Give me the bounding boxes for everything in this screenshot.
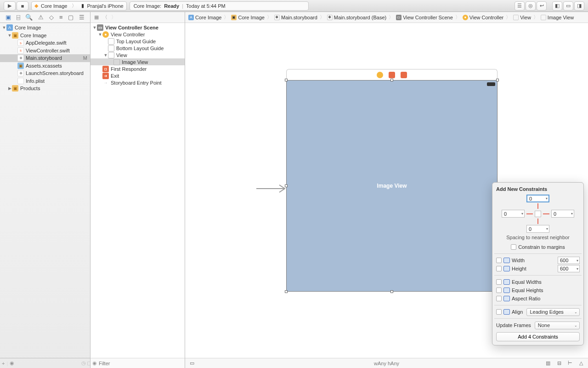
activity-status: Core Image: Ready | Today at 5:44 PM	[130, 1, 309, 11]
test-nav-icon[interactable]: ◇	[49, 14, 54, 21]
toggle-debug-button[interactable]: ▭	[563, 1, 573, 11]
file-infoplist[interactable]: Info.plist	[0, 77, 90, 85]
recent-filter-icon[interactable]: ◷	[81, 360, 86, 366]
width-field[interactable]: 600▾	[558, 257, 580, 264]
height-field[interactable]: 600▾	[558, 265, 580, 272]
filter-icon[interactable]: ◉	[10, 360, 14, 366]
jb-view[interactable]: View	[512, 15, 532, 20]
outline-scene-header[interactable]: ▼▭View Controller Scene	[90, 24, 185, 31]
jb-storyboard-base[interactable]: ❖Main.storyboard (Base)	[326, 15, 388, 20]
find-nav-icon[interactable]: 🔍	[25, 14, 33, 21]
outline-filter-input[interactable]	[99, 361, 183, 366]
outline-top-layout-guide[interactable]: Top Layout Guide	[90, 38, 185, 45]
spacing-label: Spacing to nearest neighbor	[496, 235, 580, 240]
outline-exit[interactable]: ➜Exit	[90, 72, 185, 79]
stop-button[interactable]: ■	[17, 1, 28, 11]
version-editor-button[interactable]: ↩	[537, 1, 547, 11]
chevron-right-icon: 〉	[70, 2, 79, 9]
symbol-nav-icon[interactable]: ⌸	[17, 14, 20, 21]
align-button[interactable]: ⊟	[555, 360, 563, 367]
status-prefix: Core Image:	[134, 3, 162, 9]
report-nav-icon[interactable]: ☰	[79, 14, 85, 21]
scheme-device-label: Pranjal's iPhone	[87, 3, 123, 9]
jb-project[interactable]: ACore Image	[187, 15, 223, 20]
back-button[interactable]: 〈	[102, 14, 107, 21]
pin-center-box	[535, 211, 541, 217]
modified-badge: M	[83, 55, 87, 61]
group-core-image[interactable]: ▼▣Core Image	[0, 32, 90, 40]
standard-editor-button[interactable]: ☰	[514, 1, 525, 11]
project-navigator: ▣ ⌸ 🔍 ⚠ ◇ ≡ ▢ ☰ ▼ACore Image ▼▣Core Imag…	[0, 12, 90, 368]
resolve-issues-button[interactable]: △	[577, 360, 585, 367]
jb-viewcontroller[interactable]: ●View Controller	[461, 15, 505, 20]
equal-widths-icon	[503, 279, 510, 285]
first-responder-header-icon	[389, 72, 395, 78]
editor-jump-bar: ACore Image〉 ▣Core Image〉 ❖Main.storyboa…	[185, 12, 588, 23]
left-spacing-field[interactable]: 0▾	[502, 210, 525, 218]
view-controller-scene[interactable]: Image View	[286, 69, 498, 292]
assistant-editor-button[interactable]: ◎	[526, 1, 536, 11]
issue-nav-icon[interactable]: ⚠	[38, 14, 44, 21]
add-icon[interactable]: +	[2, 361, 5, 366]
outline-view-controller[interactable]: ▼●View Controller	[90, 31, 185, 38]
outline-view[interactable]: ▼View	[90, 52, 185, 58]
aspect-ratio-checkbox[interactable]	[496, 296, 502, 301]
interface-builder-canvas: ACore Image〉 ▣Core Image〉 ❖Main.storyboa…	[185, 12, 588, 368]
toggle-utilities-button[interactable]: ◨	[574, 1, 584, 11]
file-launchscreen[interactable]: ❖LaunchScreen.storyboard	[0, 69, 90, 77]
aspect-ratio-icon	[503, 296, 510, 301]
image-view-on-canvas[interactable]: Image View	[286, 80, 498, 292]
toggle-navigator-button[interactable]: ◧	[552, 1, 562, 11]
file-viewcontroller[interactable]: sViewController.swift	[0, 47, 90, 55]
toolbar: ▶ ■ ◆ Core Image 〉 ▮ Pranjal's iPhone Co…	[0, 0, 588, 12]
popover-title: Add New Constraints	[496, 186, 580, 192]
status-bar-preview	[487, 82, 495, 86]
canvas-footer: ▭ wAny hAny ▥ ⊟ ⊢ △	[185, 358, 588, 368]
vc-header-icon	[377, 72, 383, 78]
align-icon	[503, 309, 510, 315]
status-time: Today at 5:44 PM	[186, 3, 226, 9]
canvas-area[interactable]: Image View Add New Constraints 0▾ 0▾ 0▾	[185, 23, 588, 358]
outline-jump-bar: ▦ 〈 〉	[90, 12, 185, 23]
add-constraints-button[interactable]: Add 4 Constraints	[496, 332, 580, 341]
jb-scene[interactable]: ▭View Controller Scene	[395, 15, 454, 20]
width-icon	[503, 258, 510, 263]
equal-heights-checkbox[interactable]	[496, 288, 502, 293]
forward-button[interactable]: 〉	[111, 14, 116, 21]
align-combo[interactable]: Leading Edges⌄	[526, 308, 580, 316]
width-checkbox[interactable]	[496, 258, 502, 263]
pin-button[interactable]: ⊢	[566, 360, 574, 367]
outline-first-responder[interactable]: ◘First Responder	[90, 65, 185, 72]
breakpoint-nav-icon[interactable]: ▢	[68, 14, 74, 21]
constrain-margins-checkbox[interactable]	[511, 244, 516, 250]
filter-icon[interactable]: ◉	[92, 360, 97, 366]
jb-group[interactable]: ▣Core Image	[230, 15, 266, 20]
jb-imageview[interactable]: Image View	[539, 15, 575, 20]
debug-nav-icon[interactable]: ≡	[59, 14, 63, 21]
top-spacing-field[interactable]: 0▾	[526, 195, 549, 202]
related-items-icon[interactable]: ▦	[94, 14, 99, 20]
bottom-spacing-field[interactable]: 0▾	[526, 225, 549, 233]
file-assets[interactable]: ▣Assets.xcassets	[0, 62, 90, 70]
jb-storyboard[interactable]: ❖Main.storyboard	[273, 15, 319, 20]
group-products[interactable]: ▶▣Products	[0, 85, 90, 92]
size-class-control[interactable]: wAny hAny	[374, 361, 399, 366]
outline-entry-point[interactable]: →Storyboard Entry Point	[90, 79, 185, 86]
toggle-outline-button[interactable]: ▭	[188, 360, 196, 367]
equal-widths-checkbox[interactable]	[496, 279, 502, 285]
update-frames-combo[interactable]: None⌄	[535, 322, 580, 329]
file-appdelegate[interactable]: sAppDelegate.swift	[0, 39, 90, 47]
scheme-selector[interactable]: ◆ Core Image 〉 ▮ Pranjal's iPhone	[31, 1, 127, 11]
outline-bottom-layout-guide[interactable]: Bottom Layout Guide	[90, 45, 185, 52]
right-spacing-field[interactable]: 0▾	[551, 210, 574, 218]
outline-image-view[interactable]: Image View	[90, 58, 185, 65]
navigator-filter-input[interactable]	[16, 361, 79, 366]
height-checkbox[interactable]	[496, 266, 502, 271]
file-main-storyboard[interactable]: ❖Main.storyboardM	[0, 54, 90, 62]
entry-arrow-icon	[256, 184, 288, 193]
align-checkbox[interactable]	[496, 309, 502, 315]
project-nav-icon[interactable]: ▣	[6, 14, 11, 21]
stack-button[interactable]: ▥	[544, 360, 552, 367]
project-root[interactable]: ▼ACore Image	[0, 24, 90, 32]
run-button[interactable]: ▶	[4, 1, 16, 11]
